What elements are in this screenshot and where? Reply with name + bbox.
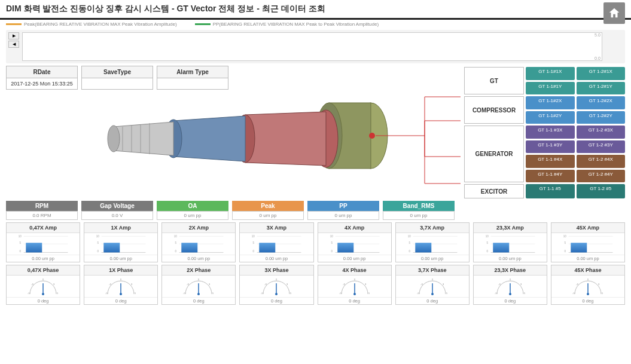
phase-value: 0 deg bbox=[240, 297, 313, 304]
svg-text:3: 3 bbox=[443, 283, 444, 286]
amp-bar-chart: 1050 bbox=[84, 233, 157, 255]
svg-point-102 bbox=[353, 293, 356, 295]
chart-canvas[interactable]: 5.0 0.0 bbox=[22, 32, 602, 61]
sensor-chip[interactable]: GT 1-2#1X bbox=[577, 67, 626, 80]
svg-point-88 bbox=[197, 293, 200, 295]
phase-gauge: 0-33-55 bbox=[396, 276, 469, 297]
amp-value: 0.00 um pp bbox=[7, 255, 80, 262]
component-label-compressor: COMPRESSOR bbox=[464, 96, 524, 124]
svg-text:0: 0 bbox=[19, 250, 21, 253]
metric-band_rms: Band_RMS bbox=[383, 201, 455, 211]
amp-title: 2X Amp bbox=[162, 223, 235, 233]
sensor-chip[interactable]: GT 1-2 #3X bbox=[577, 126, 626, 139]
phase-value: 0 deg bbox=[84, 297, 157, 304]
phase-card: 0,47X Phase0-33-550 deg bbox=[6, 265, 80, 305]
svg-point-109 bbox=[431, 293, 434, 295]
sensor-chip[interactable]: GT 1-1 #4Y bbox=[526, 170, 575, 183]
svg-text:5: 5 bbox=[135, 292, 136, 295]
metric-peak: Peak bbox=[232, 201, 304, 211]
amp-bar-chart: 1050 bbox=[396, 233, 469, 255]
amp-value: 0.00 um pp bbox=[162, 255, 235, 262]
amp-bar-chart: 1050 bbox=[318, 233, 391, 255]
y-tick-max: 5.0 bbox=[595, 33, 600, 37]
svg-text:5: 5 bbox=[409, 241, 410, 244]
amp-card: 0,47X Amp10500.00 um pp bbox=[6, 222, 80, 262]
svg-text:3: 3 bbox=[286, 283, 288, 286]
amp-card: 23,3X Amp10500.00 um pp bbox=[473, 222, 547, 262]
amp-bar-chart: 1050 bbox=[551, 233, 624, 255]
legend-label-peak: Peak(BEARING RELATIVE VIBRATION MAX Peak… bbox=[24, 22, 177, 27]
svg-rect-53 bbox=[415, 243, 431, 252]
sensor-chip[interactable]: GT 1-2#2X bbox=[577, 96, 626, 109]
legend-label-pp: PP(BEARING RELATIVE VIBRATION MAX Peak t… bbox=[213, 22, 379, 27]
phase-card: 45X Phase0-33-550 deg bbox=[551, 265, 625, 305]
sensor-chip[interactable]: GT 1-1#1Y bbox=[526, 82, 575, 95]
svg-text:0: 0 bbox=[486, 250, 488, 253]
timeline-chart: ▶ ◀ 5.0 0.0 bbox=[6, 30, 625, 63]
sensor-chip[interactable]: GT 1-1 #4X bbox=[526, 155, 575, 168]
svg-text:0: 0 bbox=[510, 278, 511, 281]
sensor-chip[interactable]: GT 1-2 #4X bbox=[577, 155, 626, 168]
sensor-chip[interactable]: GT 1-2 #3Y bbox=[577, 140, 626, 154]
sensor-chip[interactable]: GT 1-1 #5 bbox=[526, 184, 575, 198]
svg-text:10: 10 bbox=[96, 235, 100, 238]
svg-text:0: 0 bbox=[353, 278, 355, 281]
amp-value: 0.00 um pp bbox=[318, 255, 391, 262]
svg-text:10: 10 bbox=[330, 235, 333, 238]
sensor-chip[interactable]: GT 1-2 #5 bbox=[577, 184, 626, 198]
amp-title: 1X Amp bbox=[84, 223, 157, 233]
sensor-chip[interactable]: GT 1-2#2Y bbox=[577, 111, 626, 124]
home-button[interactable] bbox=[603, 2, 625, 24]
sensor-chip[interactable]: GT 1-1#2X bbox=[526, 96, 575, 109]
chart-nav-right[interactable]: ▶ bbox=[8, 32, 19, 39]
sensor-chip[interactable]: GT 1-2#1Y bbox=[577, 82, 626, 95]
amp-value: 0.00 um pp bbox=[551, 255, 624, 262]
svg-text:10: 10 bbox=[252, 235, 255, 238]
svg-text:0: 0 bbox=[276, 278, 278, 281]
svg-text:5: 5 bbox=[331, 241, 333, 244]
sensor-chip[interactable]: GT 1-1 #3X bbox=[526, 126, 575, 139]
svg-rect-60 bbox=[493, 243, 509, 252]
phase-title: 0,47X Phase bbox=[7, 265, 80, 276]
amp-bar-chart: 1050 bbox=[474, 233, 547, 255]
sensor-chip[interactable]: GT 1-1#1X bbox=[526, 67, 575, 80]
svg-text:0: 0 bbox=[120, 278, 122, 281]
amp-bar-chart: 1050 bbox=[7, 233, 80, 255]
amp-title: 0,47X Amp bbox=[7, 223, 80, 233]
metric-gap voltage: Gap Voltage bbox=[81, 201, 153, 211]
home-icon bbox=[608, 7, 621, 20]
svg-rect-46 bbox=[337, 243, 353, 252]
svg-text:10: 10 bbox=[407, 235, 411, 238]
phase-value: 0 deg bbox=[551, 297, 624, 304]
amp-card: 45X Amp10500.00 um pp bbox=[551, 222, 625, 262]
svg-text:5: 5 bbox=[486, 241, 488, 244]
phase-value: 0 deg bbox=[318, 297, 391, 304]
phase-gauge: 0-33-55 bbox=[7, 276, 80, 297]
svg-text:5: 5 bbox=[175, 241, 177, 244]
amp-value: 0.00 um pp bbox=[240, 255, 313, 262]
svg-point-74 bbox=[42, 293, 44, 295]
svg-text:5: 5 bbox=[290, 292, 292, 295]
svg-text:10: 10 bbox=[485, 235, 489, 238]
phase-title: 2X Phase bbox=[162, 265, 235, 276]
svg-point-123 bbox=[587, 293, 589, 295]
svg-rect-67 bbox=[571, 243, 587, 252]
svg-text:3: 3 bbox=[520, 283, 522, 286]
svg-text:10: 10 bbox=[19, 235, 22, 238]
phase-gauge: 0-33-55 bbox=[240, 276, 313, 297]
phase-title: 45X Phase bbox=[551, 265, 624, 276]
sensor-chip[interactable]: GT 1-1 #3Y bbox=[526, 140, 575, 154]
svg-point-116 bbox=[509, 293, 511, 295]
metric-value: 0 um pp bbox=[232, 211, 304, 220]
amp-title: 3,7X Amp bbox=[396, 223, 469, 233]
svg-text:10: 10 bbox=[563, 235, 567, 238]
chart-nav-left[interactable]: ◀ bbox=[8, 41, 19, 48]
phase-value: 0 deg bbox=[7, 297, 80, 304]
svg-text:5: 5 bbox=[57, 292, 59, 295]
svg-text:3: 3 bbox=[598, 283, 600, 286]
sensor-chip[interactable]: GT 1-1#2Y bbox=[526, 111, 575, 124]
amp-bar-chart: 1050 bbox=[240, 233, 313, 255]
svg-text:5: 5 bbox=[253, 241, 255, 244]
svg-text:5: 5 bbox=[97, 241, 99, 244]
sensor-chip[interactable]: GT 1-2 #4Y bbox=[577, 170, 626, 183]
